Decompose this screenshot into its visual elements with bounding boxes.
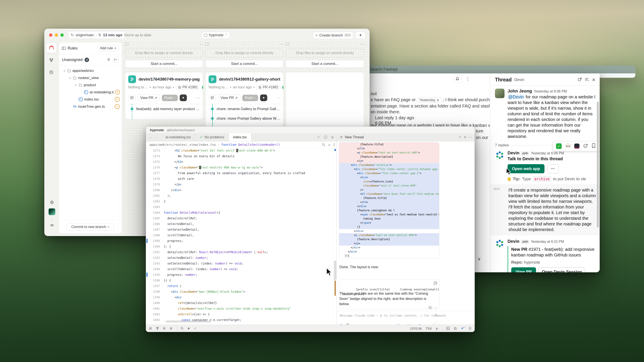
agent-new-thread-icon[interactable]: ＋: [458, 135, 462, 139]
thread-message-plan[interactable]: 6:07 I'll create a responsive roadmap pa…: [490, 184, 600, 235]
avatar-devin[interactable]: [495, 239, 504, 248]
code-line[interactable]: 1402 onScroll={(e) => {: [146, 311, 333, 317]
markdown-icon[interactable]: [429, 306, 432, 310]
minimize-traffic-light[interactable]: [55, 33, 58, 37]
code-line[interactable]: 1380 </div>: [146, 187, 333, 193]
quick-actions-icon[interactable]: [188, 327, 190, 330]
project-panel-icon[interactable]: ⊞: [149, 326, 152, 330]
branch-menu-icon[interactable]: ⋯: [196, 96, 200, 100]
code-line[interactable]: 1382}: [146, 198, 333, 204]
agent-input[interactable]: Message Claude Code — @ to include conte…: [340, 314, 446, 317]
refactor-icon[interactable]: ↺: [328, 143, 330, 146]
assistant-sparkle-icon[interactable]: ✦✦: [461, 326, 465, 330]
diagnostics-check-icon[interactable]: ✓: [194, 326, 197, 330]
commit-to-new-branch-button[interactable]: Commit to new branch +: [67, 223, 114, 231]
tab-ai-notetaking[interactable]: ai-notetaking.tsx: [161, 133, 196, 141]
start-commit-button[interactable]: Start a commit...: [205, 60, 284, 68]
language-mode[interactable]: TSX: [426, 327, 432, 330]
remote-status-pill[interactable]: ↻ origin/main | ⇅ 13 min ago: [68, 31, 125, 39]
thread-scrollbar[interactable]: [597, 102, 599, 228]
code-line[interactable]: 1377 From powerful editing to seamless o…: [146, 170, 333, 176]
history-tab-icon[interactable]: [46, 67, 56, 77]
branch-menu-icon[interactable]: ⋯: [277, 96, 280, 100]
thread-message-devin-intro[interactable]: DevinAPPYesterday at 6:06 PM Talk to Dev…: [490, 148, 600, 182]
code-line[interactable]: 1389 progress,: [146, 238, 333, 244]
branch-name[interactable]: devin/1764380749-memory-page: [138, 77, 200, 82]
tree-view-toggle[interactable]: ⊢: [113, 57, 119, 62]
view-pr-button[interactable]: View PR ↗: [138, 94, 160, 101]
more-button[interactable]: ···: [547, 164, 558, 173]
split-pane-icon[interactable]: [324, 136, 327, 139]
lane-drag-handle[interactable]: ····: [242, 43, 247, 45]
expand-icon[interactable]: ⇲: [331, 135, 334, 139]
push-button[interactable]: Push ↑: [162, 95, 178, 101]
feedback-mail-icon[interactable]: ✉: [46, 223, 58, 228]
agent-history-icon[interactable]: ≡: [464, 135, 466, 139]
commit-row[interactable]: chore: move Prompt Gallery above Workflo…: [206, 114, 283, 123]
tree-folder-product[interactable]: ∨product: [61, 81, 120, 89]
lane-menu-icon[interactable]: ⋯: [360, 42, 364, 46]
more-actions-icon[interactable]: ⋮: [599, 144, 600, 149]
mention[interactable]: @Devin: [508, 94, 524, 99]
branch-name[interactable]: devin/1764380912-gallery-shortcuts: [219, 77, 280, 82]
replies-count[interactable]: 7 replies: [495, 143, 509, 147]
project-switcher[interactable]: hyprnote ⌃: [201, 31, 230, 39]
cursor-position[interactable]: 1370:34: [410, 327, 422, 330]
code-line[interactable]: 1386 selectedDetail,: [146, 221, 333, 227]
code-line[interactable]: 1390}: {: [146, 244, 333, 249]
pr-badge[interactable]: PR #1981: [176, 85, 200, 90]
chevron-down-icon[interactable]: ∨: [63, 69, 66, 72]
editor-branch[interactable]: gitbutler/workspace: [167, 128, 195, 132]
push-button[interactable]: Push ↑: [242, 95, 258, 101]
branch-ai-button[interactable]: ✦: [260, 94, 267, 101]
code-line[interactable]: 1384function DetailsMobileCarousel({: [146, 210, 333, 215]
view-pr-button[interactable]: View PR ↗: [218, 94, 240, 101]
code-line[interactable]: 1392 selectedDetail: number;: [146, 255, 333, 261]
tree-file-index.tsx[interactable]: index.tsx✎: [61, 96, 120, 103]
breadcrumb-path[interactable]: apps/web/src/routes/_view/index.tsx: [150, 143, 216, 146]
thread-message-pr[interactable]: DevinAPPYesterday at 6:15 PM New PR #197…: [490, 237, 600, 272]
editor-app-icon[interactable]: [48, 208, 56, 215]
timestamp[interactable]: 6:07: [494, 187, 500, 191]
nav-forward-icon[interactable]: →: [155, 133, 161, 141]
start-commit-button[interactable]: Start a commit...: [125, 60, 203, 68]
code-line[interactable]: 1385 detailsScrollRef,: [146, 215, 333, 221]
avatar[interactable]: [495, 89, 504, 98]
collapse-rail-icon[interactable]: ‹: [46, 218, 58, 221]
code-line[interactable]: 1394 scrollToDetail: (index: number) => …: [146, 266, 333, 272]
timestamp[interactable]: Yesterday at 6:15 PM: [531, 240, 564, 243]
cursor-tools-icon[interactable]: I: [333, 143, 335, 146]
code-line[interactable]: 1396}) {: [146, 278, 333, 283]
tree-folder-routes/_view[interactable]: ∨routes/_view: [61, 74, 120, 81]
comment-button[interactable]: [208, 95, 216, 101]
code-line[interactable]: 1388 scrollToDetail,: [146, 232, 333, 238]
code-line[interactable]: 1383: [146, 204, 333, 210]
code-line[interactable]: 1393 setSelectedDetail: (index: number) …: [146, 261, 333, 266]
edit-prediction-icon[interactable]: z›: [436, 327, 438, 330]
author-name[interactable]: Devin: [508, 239, 519, 244]
notifications-bell-icon[interactable]: [469, 327, 472, 330]
thread-filter-icon[interactable]: [585, 77, 589, 82]
thread-popout-icon[interactable]: [578, 77, 582, 82]
code-line[interactable]: 1397 return (: [146, 283, 333, 289]
lane-drag-handle[interactable]: ····: [322, 43, 328, 45]
lane-menu-icon[interactable]: ⋯: [280, 42, 284, 46]
add-rule-button[interactable]: Add rule +: [97, 45, 119, 51]
ci-status-badge[interactable]: ✓Passed: [202, 85, 203, 90]
code-line[interactable]: 1375 </h2>: [146, 159, 333, 165]
lane-menu-icon[interactable]: ⋯: [200, 42, 203, 46]
lane-collapse-icon[interactable]: [205, 43, 209, 46]
commit-row[interactable]: chore: rename Gallery to Prompt Gallery …: [206, 104, 283, 114]
timestamp[interactable]: Yesterday at 6:06 PM: [531, 151, 564, 155]
more-options-icon[interactable]: ⋮: [466, 76, 470, 81]
avatar-devin[interactable]: [495, 150, 504, 160]
code-line[interactable]: 1395 progress: number;: [146, 272, 333, 278]
horizontal-scrollbar[interactable]: [166, 321, 211, 323]
code-line[interactable]: 1400 ref={detailsScrollRef}: [146, 300, 333, 306]
code-line[interactable]: 1398 <div className="max-[800px]:block h…: [146, 289, 333, 295]
nav-back-icon[interactable]: ←: [146, 133, 155, 141]
code-scrollbar[interactable]: [333, 148, 337, 323]
bookmark-icon[interactable]: [592, 143, 596, 149]
terminal-panel-icon[interactable]: [446, 327, 450, 330]
close-traffic-light[interactable]: [49, 33, 52, 37]
